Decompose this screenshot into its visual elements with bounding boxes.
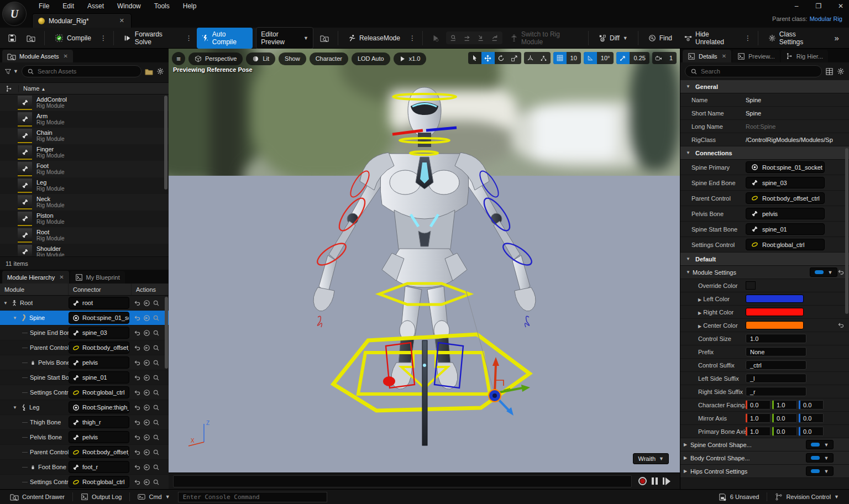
right-color-swatch[interactable]: [746, 308, 804, 316]
browse-preview-button[interactable]: [317, 31, 332, 45]
tab-my-blueprint[interactable]: My Blueprint: [70, 271, 125, 284]
expander-icon[interactable]: ▶: [698, 324, 701, 329]
character-facing--axis-y[interactable]: 1.0: [772, 400, 797, 410]
connector-pill[interactable]: pelvis: [69, 356, 129, 369]
hide-unrelated-button[interactable]: Hide Unrelated: [680, 28, 740, 49]
tree-view-icon[interactable]: [0, 85, 19, 92]
hierarchy-column-module[interactable]: Module: [0, 284, 69, 295]
hierarchy-row-spine[interactable]: ▼ Spine Root:spine_01_socket: [0, 311, 169, 326]
undo-action-icon[interactable]: [134, 329, 141, 337]
reset-action-icon[interactable]: [143, 434, 150, 441]
viewport-menu-icon[interactable]: ≡: [172, 52, 185, 65]
menu-edit[interactable]: Edit: [56, 0, 81, 12]
compile-options-kebab[interactable]: ⋮: [99, 32, 108, 44]
reset-action-icon[interactable]: [143, 404, 150, 411]
hierarchy-row-parent-control[interactable]: Parent Control Root:body_offset_ctrl: [0, 340, 169, 355]
reset-action-icon[interactable]: [143, 449, 150, 456]
close-button[interactable]: ✕: [837, 2, 845, 10]
surface-snapping-button[interactable]: [537, 52, 551, 64]
search-action-icon[interactable]: [153, 404, 160, 411]
override-color-swatch[interactable]: [746, 281, 756, 290]
connection-value-pill[interactable]: Root:spine_01_socket: [746, 161, 825, 173]
console-command-input[interactable]: Enter Console Command: [178, 492, 327, 502]
undo-action-icon[interactable]: [134, 314, 141, 322]
undo-action-icon[interactable]: [134, 344, 141, 351]
step-out-button[interactable]: [489, 33, 501, 43]
undo-action-icon[interactable]: [134, 359, 141, 366]
section-general[interactable]: ▼General: [680, 80, 849, 93]
undo-action-icon[interactable]: [134, 479, 141, 486]
reset-action-icon[interactable]: [143, 389, 150, 396]
step-over-button[interactable]: [461, 33, 474, 43]
auto-compile-button[interactable]: Auto Compile: [197, 28, 253, 49]
module-settings-dropdown[interactable]: ▼: [810, 267, 837, 277]
switch-to-rig-module-button[interactable]: Switch to Rig Module: [506, 28, 583, 49]
3d-viewport[interactable]: ≡ Perspective Lit Show Character LOD Aut…: [169, 49, 680, 473]
connection-value-pill[interactable]: spine_01: [746, 223, 825, 235]
record-button[interactable]: [638, 477, 647, 485]
editor-preview-dropdown[interactable]: Editor Preview▼: [256, 27, 313, 49]
connection-value-pill[interactable]: Root:global_ctrl: [746, 239, 825, 250]
timeline-track[interactable]: [173, 475, 632, 487]
hierarchy-row-spine-start-bone[interactable]: Spine Start Bone spine_01: [0, 370, 169, 385]
reset-action-icon[interactable]: [143, 419, 150, 426]
hierarchy-column-actions[interactable]: Actions: [132, 284, 169, 295]
tab-module-hierarchy[interactable]: Module Hierarchy ✕: [2, 271, 69, 284]
prefix-input[interactable]: None: [746, 347, 806, 356]
undo-action-icon[interactable]: [134, 404, 141, 411]
find-instruction-button[interactable]: [447, 33, 460, 43]
scale-snap-toggle[interactable]: [616, 52, 630, 64]
connector-pill[interactable]: Root:spine_01_socket: [69, 312, 129, 324]
asset-item-leg[interactable]: Leg Rig Module: [0, 177, 169, 194]
reset-action-icon[interactable]: [143, 374, 150, 381]
hierarchy-row-spine-end-bone[interactable]: Spine End Bone spine_03: [0, 326, 169, 340]
toolbar-overflow-button[interactable]: »: [829, 33, 845, 43]
assets-search-input[interactable]: Search Assets: [22, 65, 142, 77]
mirror-axis-axis-x[interactable]: 1.0: [746, 413, 771, 423]
coordinate-system-button[interactable]: [524, 52, 537, 64]
release-mode-button[interactable]: ReleaseMode: [344, 32, 405, 45]
folder-icon[interactable]: [145, 67, 153, 76]
search-action-icon[interactable]: [153, 344, 160, 351]
connector-pill[interactable]: Root:body_offset_ctrl: [69, 342, 129, 354]
section-dropdown[interactable]: ▼: [806, 453, 834, 463]
step-into-button[interactable]: [475, 33, 488, 43]
menu-window[interactable]: Window: [111, 0, 148, 12]
restore-button[interactable]: ❐: [815, 2, 822, 10]
undo-icon[interactable]: [837, 269, 845, 276]
grid-snap-toggle[interactable]: [553, 52, 567, 64]
search-action-icon[interactable]: [153, 329, 160, 337]
detail-value[interactable]: Spine: [746, 110, 761, 117]
hierarchy-row-settings-control[interactable]: Settings Control Root:global_ctrl: [0, 385, 169, 400]
search-action-icon[interactable]: [153, 389, 160, 396]
undo-action-icon[interactable]: [134, 449, 141, 456]
asset-item-piston[interactable]: Piston Rig Module: [0, 211, 169, 227]
forwards-solve-kebab[interactable]: ⋮: [185, 32, 193, 44]
find-button[interactable]: Find: [644, 32, 677, 45]
section-dropdown[interactable]: ▼: [806, 440, 834, 449]
tab-preview-[interactable]: Preview...: [732, 50, 780, 62]
pause-button[interactable]: [652, 477, 658, 485]
hierarchy-row-pelvis-bone[interactable]: Pelvis Bone pelvis: [0, 355, 169, 370]
release-mode-kebab[interactable]: ⋮: [408, 32, 417, 44]
expander-icon[interactable]: ▼: [3, 301, 9, 306]
step-forward-button[interactable]: [663, 477, 670, 485]
undo-action-icon[interactable]: [134, 464, 141, 471]
mirror-axis-axis-y[interactable]: 0.0: [772, 413, 797, 423]
character-facing--axis-z[interactable]: 0.0: [799, 400, 824, 410]
reset-action-icon[interactable]: [143, 344, 150, 351]
reset-action-icon[interactable]: [143, 329, 150, 337]
hierarchy-column-connector[interactable]: Connector: [69, 284, 132, 295]
tab-close-icon[interactable]: ✕: [118, 17, 125, 24]
name-column-header[interactable]: Name ▲: [19, 85, 45, 92]
undo-icon[interactable]: [837, 322, 845, 329]
section-dropdown[interactable]: ▼: [806, 466, 834, 476]
right-side-suffix-input[interactable]: _r: [746, 387, 806, 396]
search-action-icon[interactable]: [153, 300, 160, 307]
perspective-dropdown[interactable]: Perspective: [188, 53, 243, 65]
rotation-snap-toggle[interactable]: [584, 52, 597, 64]
search-action-icon[interactable]: [153, 464, 160, 471]
undo-action-icon[interactable]: [134, 434, 141, 441]
unsaved-assets-button[interactable]: 6 Unsaved: [713, 491, 765, 503]
reset-action-icon[interactable]: [143, 300, 150, 307]
